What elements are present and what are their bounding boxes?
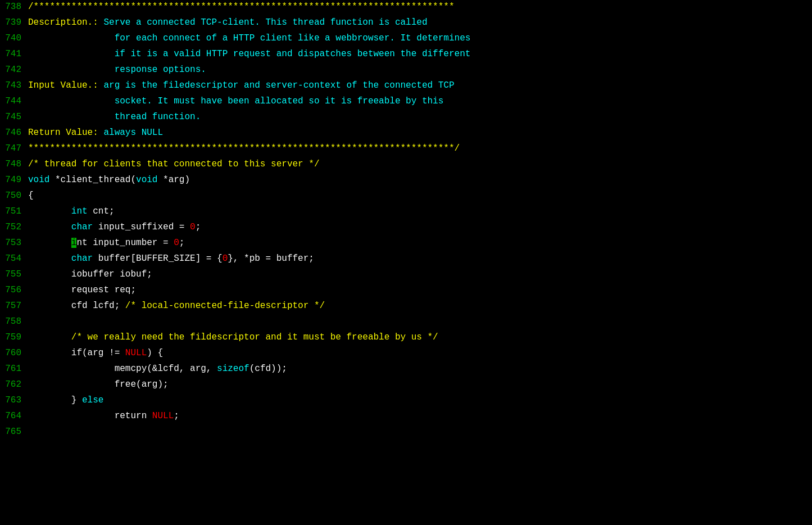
line-content: char buffer[BUFFER_SIZE] = {0}, *pb = bu… (28, 252, 812, 265)
line-number: 745 (0, 111, 28, 123)
code-line: 746Return Value: always NULL (0, 126, 812, 142)
code-line: 738/************************************… (0, 0, 812, 16)
line-content: free(arg); (28, 378, 812, 391)
code-line: 760 if(arg != NULL) { (0, 346, 812, 362)
code-line: 761 memcpy(&lcfd, arg, sizeof(cfd)); (0, 362, 812, 378)
line-number: 763 (0, 394, 28, 406)
code-line: 758 (0, 315, 812, 331)
code-line: 764 return NULL; (0, 409, 812, 425)
code-line: 751 int cnt; (0, 205, 812, 220)
code-line: 753 int input_number = 0; (0, 236, 812, 252)
line-content: int input_number = 0; (28, 237, 812, 249)
code-line: 745 thread function. (0, 110, 812, 126)
code-line: 741 if it is a valid HTTP request and di… (0, 47, 812, 63)
code-line: 747*************************************… (0, 142, 812, 157)
line-number: 744 (0, 95, 28, 107)
line-content: thread function. (28, 111, 812, 123)
code-line: 763 } else (0, 393, 812, 409)
line-number: 755 (0, 268, 28, 280)
line-content: int cnt; (28, 205, 812, 218)
line-number: 759 (0, 331, 28, 343)
line-number: 762 (0, 378, 28, 391)
code-line: 744 socket. It must have been allocated … (0, 94, 812, 110)
code-line: 739Description.: Serve a connected TCP-c… (0, 16, 812, 31)
line-content: request req; (28, 284, 812, 296)
code-line: 762 free(arg); (0, 378, 812, 393)
code-line: 740 for each connect of a HTTP client li… (0, 31, 812, 47)
line-content: if(arg != NULL) { (28, 347, 812, 359)
code-editor: 738/************************************… (0, 0, 812, 525)
line-number: 751 (0, 205, 28, 218)
line-number: 749 (0, 174, 28, 186)
line-number: 760 (0, 347, 28, 359)
code-line: 749void *client_thread(void *arg) (0, 173, 812, 189)
line-content: Description.: Serve a connected TCP-clie… (28, 16, 812, 29)
line-content: Return Value: always NULL (28, 126, 812, 139)
code-line: 748/* thread for clients that connected … (0, 157, 812, 173)
code-line: 765 (0, 425, 812, 441)
code-line: 752 char input_suffixed = 0; (0, 220, 812, 236)
line-content: { (28, 189, 812, 202)
cursor: i (71, 238, 77, 248)
line-content: Input Value.: arg is the filedescriptor … (28, 79, 812, 92)
line-number: 748 (0, 158, 28, 170)
line-content: } else (28, 394, 812, 406)
line-number: 739 (0, 16, 28, 29)
line-number: 754 (0, 252, 28, 265)
code-line: 743Input Value.: arg is the filedescript… (0, 79, 812, 94)
line-number: 746 (0, 126, 28, 139)
line-content: return NULL; (28, 410, 812, 422)
line-content: ****************************************… (28, 142, 812, 155)
line-content: if it is a valid HTTP request and dispat… (28, 48, 812, 60)
line-number: 743 (0, 79, 28, 92)
line-content: iobuffer iobuf; (28, 268, 812, 280)
line-number: 750 (0, 189, 28, 202)
line-content: cfd lcfd; /* local-connected-file-descri… (28, 300, 812, 312)
line-number: 764 (0, 410, 28, 422)
line-number: 740 (0, 32, 28, 44)
line-content: response options. (28, 64, 812, 76)
line-number: 756 (0, 284, 28, 296)
code-line: 750{ (0, 189, 812, 205)
line-number: 747 (0, 142, 28, 155)
line-number: 758 (0, 315, 28, 328)
line-number: 757 (0, 300, 28, 312)
line-number: 752 (0, 221, 28, 233)
code-line: 755 iobuffer iobuf; (0, 268, 812, 283)
line-number: 761 (0, 363, 28, 375)
line-number: 742 (0, 64, 28, 76)
line-content: /* thread for clients that connected to … (28, 158, 812, 170)
line-content: memcpy(&lcfd, arg, sizeof(cfd)); (28, 363, 812, 375)
code-line: 757 cfd lcfd; /* local-connected-file-de… (0, 299, 812, 315)
line-content: char input_suffixed = 0; (28, 221, 812, 233)
line-content: socket. It must have been allocated so i… (28, 95, 812, 107)
code-line: 759 /* we really need the fildescriptor … (0, 331, 812, 346)
code-line: 754 char buffer[BUFFER_SIZE] = {0}, *pb … (0, 252, 812, 268)
line-number: 741 (0, 48, 28, 60)
line-content: /***************************************… (28, 1, 812, 13)
line-number: 738 (0, 1, 28, 13)
code-line: 742 response options. (0, 63, 812, 79)
line-content: for each connect of a HTTP client like a… (28, 32, 812, 44)
line-content: void *client_thread(void *arg) (28, 174, 812, 186)
code-line: 756 request req; (0, 283, 812, 299)
line-number: 765 (0, 426, 28, 438)
line-content: /* we really need the fildescriptor and … (28, 331, 812, 343)
line-number: 753 (0, 237, 28, 249)
